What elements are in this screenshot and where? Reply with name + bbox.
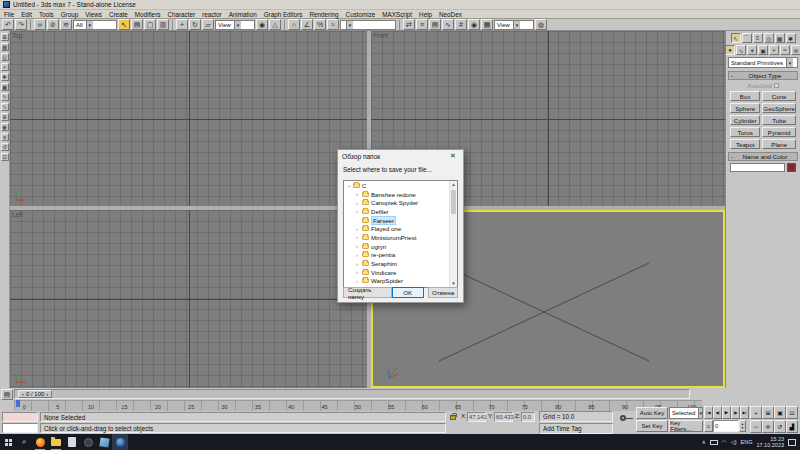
caret-closed-icon[interactable]: ›	[356, 269, 360, 275]
caret-closed-icon[interactable]: ›	[356, 208, 360, 214]
scroll-down-icon[interactable]: ▼	[450, 281, 457, 286]
left-tool-icon[interactable]: ▣	[1, 83, 9, 91]
schematic-view-icon[interactable]: #	[455, 19, 467, 30]
taskbar-search-icon[interactable]: ⌕	[16, 434, 32, 450]
zoom-icon[interactable]: +	[750, 406, 762, 419]
time-slider-handle[interactable]: ‹ 0 / 100 ›	[18, 390, 52, 398]
set-key-button[interactable]: Set Key	[636, 420, 668, 432]
3dsmax-taskbar-icon[interactable]	[112, 434, 128, 450]
snap-toggle-icon[interactable]: ∩	[288, 19, 300, 30]
left-tool-icon[interactable]: ⊞	[1, 33, 9, 41]
battery-icon[interactable]	[710, 440, 718, 445]
material-editor-icon[interactable]: ◉	[468, 19, 480, 30]
viewport-front-label[interactable]: Front	[373, 32, 388, 39]
spinner-down-icon[interactable]: ▾	[742, 426, 744, 430]
select-by-name-icon[interactable]: ▤	[131, 19, 143, 30]
start-button[interactable]	[0, 434, 16, 450]
viewport-left-label[interactable]: Left	[12, 211, 23, 218]
tab-utilities-icon[interactable]: ✱	[786, 33, 796, 43]
dialog-titlebar[interactable]: Обзор папок ✕	[338, 150, 463, 162]
auto-key-button[interactable]: Auto Key	[636, 407, 668, 419]
zoom-extents-all-icon[interactable]: ⊡	[786, 406, 798, 419]
zoom-extents-icon[interactable]: ▣	[774, 406, 786, 419]
timeline-ruler[interactable]: 0510152025303540455055606570758085909510…	[14, 400, 702, 411]
maxscript-listener-pink[interactable]	[2, 412, 38, 422]
menu-rendering[interactable]: Rendering	[310, 11, 339, 18]
primitive-type-dropdown[interactable]: Standard Primitives ▾	[728, 57, 798, 68]
torus-button[interactable]: Torus	[730, 127, 760, 137]
viewport-top-label[interactable]: Top	[12, 32, 22, 39]
named-selection-dropdown[interactable]: ▾	[340, 20, 396, 30]
arc-rotate-icon[interactable]: ↺	[774, 420, 786, 433]
category-shapes-icon[interactable]: ∿	[736, 45, 746, 55]
go-to-end-icon[interactable]: ▶|	[740, 406, 749, 419]
caret-open-icon[interactable]: ⌄	[347, 182, 351, 188]
menu-help[interactable]: Help	[419, 11, 432, 18]
category-lights-icon[interactable]: ☀	[747, 45, 757, 55]
curve-editor-icon[interactable]: ∿	[442, 19, 454, 30]
object-color-swatch[interactable]	[787, 163, 796, 172]
menu-maxscript[interactable]: MAXScript	[382, 11, 412, 18]
menu-reactor[interactable]: reactor	[202, 11, 222, 18]
z-coordinate-field[interactable]: 0.0	[521, 412, 535, 422]
unlink-icon[interactable]: ⊘	[47, 19, 59, 30]
ok-button[interactable]: OK	[392, 287, 424, 298]
spinner-snap-icon[interactable]: ≈	[327, 19, 339, 30]
tab-modify-icon[interactable]: ⌒	[742, 33, 752, 43]
folder-row[interactable]: ›Flayed one	[344, 224, 457, 233]
left-tool-icon[interactable]: ≡	[1, 133, 9, 141]
bind-to-spacewarp-icon[interactable]: ≋	[60, 19, 72, 30]
folder-row[interactable]: ›Seraphim	[344, 259, 457, 268]
field-of-view-icon[interactable]: ⌓	[750, 420, 762, 433]
key-mode-toggle-icon[interactable]: ⚿	[704, 420, 713, 432]
left-tool-icon[interactable]: ◉	[1, 123, 9, 131]
viewport-top[interactable]: Top	[10, 31, 367, 206]
left-tool-icon[interactable]: ∿	[1, 103, 9, 111]
key-filters-button[interactable]: Key Filters...	[669, 420, 703, 432]
language-indicator[interactable]: ENG	[741, 439, 753, 445]
caret-closed-icon[interactable]: ›	[356, 200, 360, 206]
folder-row[interactable]: ›Canoptek Spyder	[344, 198, 457, 207]
volume-icon[interactable]: ◁)	[730, 439, 736, 445]
scroll-up-icon[interactable]: ▲	[450, 182, 457, 187]
go-to-start-icon[interactable]: |◀	[704, 406, 713, 419]
caret-closed-icon[interactable]: ›	[356, 191, 360, 197]
scrollbar-thumb[interactable]	[451, 190, 456, 214]
action-center-icon[interactable]	[788, 439, 796, 446]
viewport-left[interactable]: Left	[10, 210, 367, 388]
cylinder-button[interactable]: Cylinder	[730, 115, 760, 125]
network-icon[interactable]: ◠	[722, 439, 727, 445]
align-icon[interactable]: ≡	[416, 19, 428, 30]
pan-icon[interactable]: ✛	[762, 420, 774, 433]
open-listener-icon[interactable]: ▤	[1, 389, 13, 400]
left-tool-icon[interactable]: ⌖	[1, 63, 9, 71]
render-type-dropdown[interactable]: View ▾	[494, 20, 534, 30]
tab-hierarchy-icon[interactable]: ≡	[753, 33, 763, 43]
tab-motion-icon[interactable]: ◎	[764, 33, 774, 43]
category-spacewarps-icon[interactable]: ≈	[780, 45, 790, 55]
previous-frame-icon[interactable]: ◀|	[713, 406, 722, 419]
link-icon[interactable]: ∞	[34, 19, 46, 30]
category-cameras-icon[interactable]: ▣	[758, 45, 768, 55]
render-setup-icon[interactable]: ▦	[481, 19, 493, 30]
firefox-icon[interactable]	[32, 434, 48, 450]
tray-chevron-icon[interactable]: ∧	[702, 439, 706, 445]
pyramid-button[interactable]: Pyramid	[762, 127, 796, 137]
caret-closed-icon[interactable]: ›	[356, 261, 360, 267]
y-coordinate-field[interactable]: 60.433	[494, 412, 513, 422]
zoom-all-icon[interactable]: ⊞	[762, 406, 774, 419]
taskbar-clock[interactable]: 15:23 17.10.2023	[756, 436, 784, 449]
slider-left-arrow-icon[interactable]: ‹	[22, 391, 24, 397]
select-manipulate-icon[interactable]: △	[269, 19, 281, 30]
game-app-icon[interactable]	[80, 434, 96, 450]
left-tool-icon[interactable]: ⊕	[1, 113, 9, 121]
next-frame-icon[interactable]: |▶	[731, 406, 740, 419]
layer-manager-icon[interactable]: ▤	[429, 19, 441, 30]
calculator-icon[interactable]	[64, 434, 80, 450]
blue-app-icon[interactable]	[96, 434, 112, 450]
tab-display-icon[interactable]: ▦	[775, 33, 785, 43]
caret-closed-icon[interactable]: ›	[356, 234, 360, 240]
tab-create-icon[interactable]: ↖	[731, 33, 741, 43]
selection-lock-icon[interactable]	[450, 415, 456, 420]
dialog-close-icon[interactable]: ✕	[447, 150, 459, 162]
